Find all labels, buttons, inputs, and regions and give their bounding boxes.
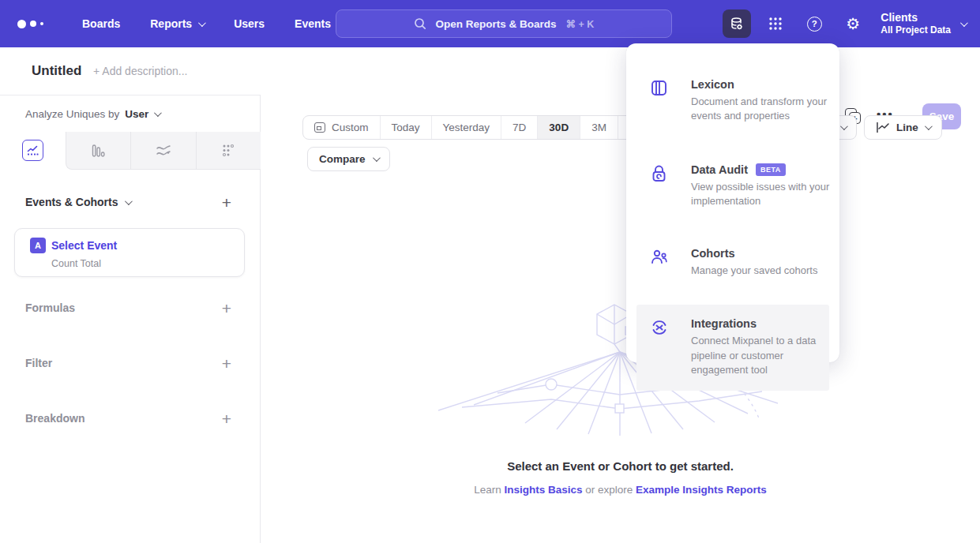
analyze-value: User	[125, 108, 148, 120]
nav-item-label: Boards	[82, 17, 120, 30]
date-range-control: Custom Today Yesterday 7D 30D 3M 6M	[302, 115, 656, 140]
nav-item-label: Events	[295, 17, 331, 30]
project-names: Clients All Project Data	[880, 11, 951, 37]
menu-item-title: Integrations	[691, 317, 757, 330]
empty-state-title: Select an Event or Cohort to get started…	[261, 459, 980, 473]
chart-type-label: Line	[896, 122, 918, 133]
menu-spacer	[626, 130, 839, 157]
question-glyph: ?	[812, 19, 817, 28]
nav-links: Boards Reports Users Events	[82, 17, 331, 30]
add-event-button[interactable]: +	[222, 194, 231, 211]
menu-item-cohorts[interactable]: Cohorts Manage your saved cohorts	[626, 241, 839, 284]
menu-item-title: Lexicon	[691, 78, 734, 91]
project-switcher[interactable]: Clients All Project Data	[880, 11, 966, 37]
database-gear-icon	[728, 15, 745, 32]
date-range-label: Custom	[332, 122, 369, 133]
logo-dot	[30, 21, 36, 27]
compare-dropdown[interactable]: Compare	[307, 147, 390, 171]
bar-chart-icon	[91, 144, 105, 158]
breakdown-row: Breakdown +	[0, 407, 260, 429]
data-management-button[interactable]	[723, 9, 751, 38]
example-insights-reports-link[interactable]: Example Insights Reports	[636, 484, 767, 496]
global-search-input[interactable]: Open Reports & Boards ⌘ + K	[336, 9, 672, 38]
menu-item-text: Data Audit BETA View possible issues wit…	[691, 163, 835, 209]
line-chart-icon	[876, 122, 890, 133]
nav-item-label: Users	[234, 17, 265, 30]
tab-metric-chart[interactable]	[196, 132, 261, 170]
date-range-yesterday[interactable]: Yesterday	[431, 116, 501, 139]
menu-item-text: Integrations Connect Mixpanel to a data …	[691, 317, 835, 377]
apps-grid-icon	[768, 16, 783, 32]
settings-button[interactable]: ⚙	[839, 9, 867, 38]
or-explore-text: or explore	[585, 484, 633, 496]
query-builder-sidebar: Analyze Uniques by User	[0, 95, 261, 543]
select-event-button[interactable]: Select Event	[51, 239, 117, 252]
filter-row: Filter +	[0, 352, 260, 374]
search-shortcut: ⌘ + K	[566, 18, 595, 30]
report-title[interactable]: Untitled	[32, 63, 81, 79]
nav-item-reports[interactable]: Reports	[150, 17, 204, 30]
breakdown-label: Breakdown	[25, 412, 84, 425]
events-cohorts-label: Events & Cohorts	[25, 196, 118, 208]
analyze-by-dropdown[interactable]: User	[125, 108, 160, 120]
help-icon: ?	[807, 17, 822, 32]
menu-item-description: View possible issues with your implement…	[691, 180, 835, 209]
tab-stacked-chart[interactable]	[130, 132, 196, 170]
event-series-badge: A	[30, 238, 46, 253]
search-icon	[414, 17, 426, 30]
selected-tab-frame	[22, 140, 43, 161]
filter-label: Filter	[25, 357, 52, 369]
menu-item-integrations[interactable]: Integrations Connect Mixpanel to a data …	[636, 305, 829, 390]
mixpanel-logo[interactable]	[17, 20, 54, 28]
add-description-field[interactable]: + Add description...	[93, 65, 187, 77]
nav-item-label: Reports	[150, 17, 192, 30]
date-range-label: 3M	[591, 122, 606, 133]
date-range-label: Yesterday	[443, 122, 490, 133]
calendar-icon	[314, 122, 325, 133]
menu-item-lexicon[interactable]: Lexicon Document and transform your even…	[626, 72, 839, 130]
date-range-custom[interactable]: Custom	[303, 116, 380, 139]
date-range-label: 7D	[513, 122, 526, 133]
menu-item-description: Manage your saved cohorts	[691, 264, 835, 278]
help-button[interactable]: ?	[800, 9, 828, 38]
cohorts-icon	[650, 247, 674, 278]
date-range-today[interactable]: Today	[380, 116, 431, 139]
event-aggregation[interactable]: Count Total	[51, 258, 101, 269]
add-formula-button[interactable]: +	[222, 300, 231, 316]
tab-line-chart[interactable]	[0, 132, 66, 170]
analyze-row: Analyze Uniques by User	[0, 95, 260, 132]
add-filter-button[interactable]: +	[222, 355, 231, 372]
nav-item-users[interactable]: Users	[234, 17, 265, 30]
apps-grid-button[interactable]	[761, 9, 790, 38]
nav-item-events[interactable]: Events	[295, 17, 331, 30]
nav-item-boards[interactable]: Boards	[82, 17, 120, 30]
date-range-3m[interactable]: 3M	[580, 116, 618, 139]
navbar-right: ? ⚙ Clients All Project Data	[723, 0, 966, 47]
tab-bar-chart[interactable]	[66, 132, 131, 170]
compare-label: Compare	[319, 153, 366, 165]
top-navbar: Boards Reports Users Events Open Reports…	[0, 0, 980, 47]
chart-type-tabs	[0, 132, 261, 170]
event-card[interactable]: A Select Event Count Total	[14, 228, 245, 277]
events-cohorts-toggle[interactable]: Events & Cohorts	[25, 196, 130, 208]
search-placeholder: Open Reports & Boards	[436, 18, 557, 30]
metric-dots-icon	[221, 144, 235, 158]
menu-item-data-audit[interactable]: Data Audit BETA View possible issues wit…	[626, 157, 839, 215]
formulas-row: Formulas +	[0, 297, 260, 319]
menu-item-text: Lexicon Document and transform your even…	[691, 78, 835, 124]
menu-spacer	[626, 284, 839, 305]
chevron-down-icon	[154, 109, 162, 117]
chevron-down-icon	[925, 122, 933, 130]
gear-icon: ⚙	[846, 16, 860, 32]
project-name: All Project Data	[880, 24, 951, 36]
insights-basics-link[interactable]: Insights Basics	[504, 484, 582, 496]
analyze-label: Analyze Uniques by	[25, 108, 119, 120]
add-breakdown-button[interactable]: +	[222, 410, 231, 427]
date-range-7d[interactable]: 7D	[501, 116, 537, 139]
menu-item-title: Cohorts	[691, 247, 735, 260]
menu-spacer	[626, 215, 839, 241]
date-range-30d[interactable]: 30D	[537, 116, 580, 139]
chevron-down-icon	[198, 19, 206, 27]
lexicon-icon	[650, 78, 674, 124]
chart-type-dropdown[interactable]: Line	[864, 115, 942, 140]
